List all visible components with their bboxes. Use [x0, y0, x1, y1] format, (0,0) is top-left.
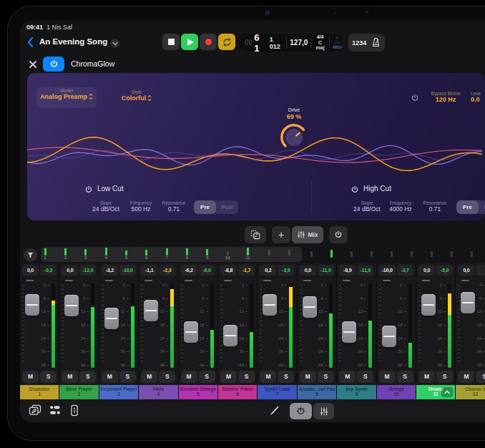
- count-in-button[interactable]: 1234: [352, 39, 366, 47]
- drive-knob[interactable]: [278, 122, 310, 153]
- solo-button[interactable]: S: [79, 371, 96, 383]
- level-value[interactable]: -9,3: [40, 265, 57, 276]
- filter-tracks-button[interactable]: [24, 248, 37, 262]
- level-value[interactable]: -3,9: [278, 265, 294, 276]
- pan-indicator[interactable]: [422, 280, 430, 281]
- highcut-prepost-toggle[interactable]: Pre Post: [456, 200, 485, 214]
- level-value[interactable]: -2,3: [159, 265, 175, 276]
- solo-button[interactable]: S: [119, 371, 136, 383]
- track-label[interactable]: Drums11: [416, 385, 455, 399]
- plugin-power-button[interactable]: [43, 57, 64, 72]
- fader-handle[interactable]: [184, 321, 198, 343]
- solo-button[interactable]: S: [397, 371, 413, 383]
- post-button[interactable]: Post: [479, 200, 485, 214]
- pre-button[interactable]: Pre: [194, 200, 216, 214]
- volume-value[interactable]: -8,8: [220, 265, 237, 276]
- duplicate-button[interactable]: [245, 226, 266, 243]
- metronome-icon[interactable]: [371, 37, 381, 48]
- track-label[interactable]: Synth Lead7: [258, 385, 296, 399]
- volume-value[interactable]: 0,2: [260, 265, 276, 276]
- fader-handle[interactable]: [421, 294, 436, 316]
- pre-button[interactable]: Pre: [456, 200, 479, 214]
- edit-pencil-button[interactable]: [268, 404, 280, 419]
- mixer-power-button[interactable]: [329, 226, 348, 243]
- mute-button[interactable]: M: [102, 371, 118, 383]
- track-label[interactable]: Pads4: [139, 385, 177, 399]
- bypass-power-button[interactable]: [411, 92, 419, 105]
- mute-button[interactable]: M: [300, 371, 316, 383]
- solo-button[interactable]: S: [436, 371, 453, 383]
- volume-value[interactable]: 0,0: [458, 265, 474, 276]
- fader-handle[interactable]: [263, 294, 277, 316]
- mixer-overview-window[interactable]: 1234567891011: [41, 247, 302, 262]
- browser-button[interactable]: [49, 405, 61, 418]
- mute-button[interactable]: M: [458, 371, 474, 383]
- solo-button[interactable]: S: [159, 371, 175, 383]
- level-value[interactable]: -8,0: [199, 265, 215, 276]
- lowcut-prepost-toggle[interactable]: Pre Post: [194, 200, 238, 214]
- volume-value[interactable]: -10,0: [379, 265, 396, 276]
- lowcut-slope[interactable]: Slope 24 dB/Oct: [87, 200, 124, 213]
- mute-button[interactable]: M: [379, 371, 396, 383]
- fader-handle[interactable]: [104, 308, 119, 329]
- level-value[interactable]: -11,0: [318, 265, 334, 276]
- style-selector[interactable]: Style Colorful: [112, 89, 162, 102]
- drive-control[interactable]: Drive 69 %: [274, 107, 314, 156]
- solo-button[interactable]: S: [40, 371, 57, 383]
- mute-button[interactable]: M: [260, 371, 276, 383]
- highcut-frequency[interactable]: Frequency 4000 Hz: [386, 200, 416, 213]
- track-label[interactable]: Strings10: [377, 385, 416, 399]
- mute-button[interactable]: M: [418, 371, 435, 383]
- track-label[interactable]: Drummer1: [20, 385, 59, 399]
- pan-indicator[interactable]: [303, 280, 311, 281]
- volume-value[interactable]: -3,2: [102, 265, 118, 276]
- collapse-track-button[interactable]: [441, 387, 453, 397]
- lowcut-power-button[interactable]: [84, 184, 93, 197]
- pan-indicator[interactable]: [185, 280, 192, 281]
- volume-value[interactable]: 0,0: [22, 265, 39, 276]
- bypass-control[interactable]: Bypass Below 120 Hz: [423, 91, 469, 103]
- volume-value[interactable]: -6,2: [181, 265, 197, 276]
- pan-indicator[interactable]: [65, 280, 73, 281]
- fader-handle[interactable]: [303, 296, 317, 318]
- solo-button[interactable]: S: [476, 371, 485, 383]
- mute-button[interactable]: M: [62, 371, 78, 383]
- highcut-slope[interactable]: Slope 24 dB/Oct: [348, 200, 386, 213]
- back-button[interactable]: [26, 36, 36, 49]
- level-value[interactable]: [476, 265, 485, 276]
- volume-value[interactable]: 0,0: [62, 265, 78, 276]
- mute-button[interactable]: M: [181, 371, 197, 383]
- volume-value[interactable]: -8,9: [339, 265, 356, 276]
- track-label[interactable]: Electric Piano6: [218, 385, 257, 399]
- volume-value[interactable]: 0,0: [300, 265, 316, 276]
- mute-button[interactable]: M: [339, 371, 356, 383]
- mixer-view-button[interactable]: [313, 403, 334, 419]
- mute-button[interactable]: M: [141, 371, 157, 383]
- fader-handle[interactable]: [25, 294, 39, 316]
- song-title[interactable]: An Evening Song: [39, 37, 107, 46]
- level-value[interactable]: -5,0: [436, 265, 453, 276]
- solo-button[interactable]: S: [278, 371, 294, 383]
- pan-indicator[interactable]: [26, 280, 34, 281]
- pan-indicator[interactable]: [383, 280, 391, 281]
- fader-handle[interactable]: [144, 300, 158, 321]
- volume-value[interactable]: 0,0: [418, 265, 435, 276]
- pan-indicator[interactable]: [224, 280, 232, 281]
- fader-handle[interactable]: [461, 292, 475, 313]
- track-label[interactable]: Arp Synth9: [337, 385, 376, 399]
- pan-indicator[interactable]: [461, 280, 469, 281]
- solo-button[interactable]: S: [199, 371, 215, 383]
- fader-handle[interactable]: [342, 321, 356, 343]
- pan-indicator[interactable]: [263, 280, 271, 281]
- song-title-menu-button[interactable]: [110, 39, 119, 48]
- model-selector[interactable]: Model Analog Preamp: [36, 87, 97, 108]
- level-value[interactable]: -1,7: [238, 265, 255, 276]
- level-value[interactable]: -11,9: [357, 265, 373, 276]
- level-value[interactable]: -12,0: [79, 265, 96, 276]
- mix-button[interactable]: Mix: [292, 226, 323, 243]
- track-label[interactable]: Keyboard Player3: [99, 385, 138, 399]
- pan-indicator[interactable]: [144, 280, 152, 281]
- fader-handle[interactable]: [64, 295, 79, 316]
- play-button[interactable]: [181, 34, 198, 50]
- fader-handle[interactable]: [223, 325, 237, 346]
